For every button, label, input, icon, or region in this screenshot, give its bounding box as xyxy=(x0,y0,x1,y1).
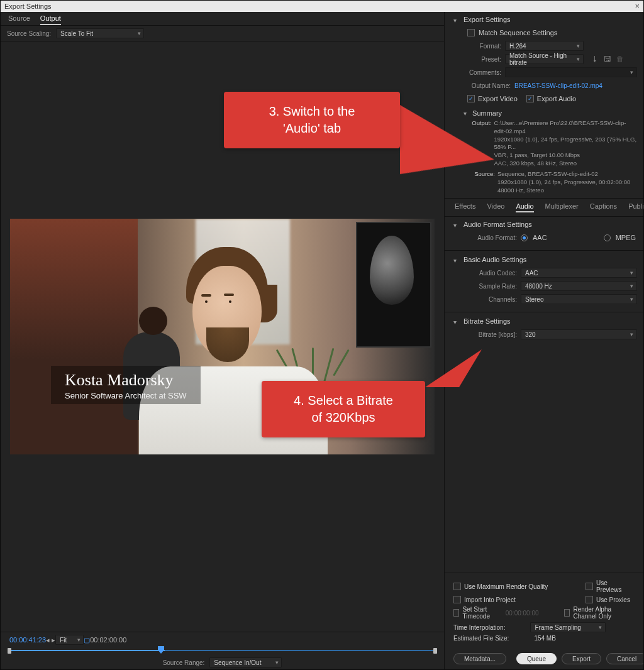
lower-third: Kosta Madorsky Senior Software Architect… xyxy=(51,366,201,404)
summary-header: Summary xyxy=(472,109,502,117)
import-project-label: Import Into Project xyxy=(464,596,516,603)
set-start-tc-label: Set Start Timecode xyxy=(462,606,502,620)
transport-bar: 00:00:41:23 ◂ ▸ Fit ▢ 00:02:00:00 S xyxy=(1,632,444,669)
chevron-down-icon[interactable]: ▾ xyxy=(453,222,457,229)
chevron-down-icon[interactable]: ▾ xyxy=(453,319,457,326)
export-video-checkbox[interactable] xyxy=(467,95,475,102)
preview-tabs: Source Output xyxy=(1,12,444,26)
annotation-bottom: 4. Select a Bitrateof 320Kbps xyxy=(262,381,425,437)
bitrate-header: Bitrate Settings xyxy=(464,317,637,325)
basic-audio-section: ▾ Basic Audio Settings Audio Codec: AAC … xyxy=(445,252,643,310)
title-bar: Export Settings × xyxy=(1,1,643,12)
bitrate-section: ▾ Bitrate Settings Bitrate [kbps]: 320 xyxy=(445,314,643,346)
action-buttons: Metadata... Queue Export Cancel xyxy=(445,648,643,669)
use-proxies-checkbox[interactable] xyxy=(586,596,593,603)
tab-multiplexer[interactable]: Multiplexer xyxy=(545,202,579,212)
chevron-down-icon[interactable]: ▾ xyxy=(453,17,457,24)
summary-output-line: 1920x1080 (1.0), 24 fps, Progressive, 20… xyxy=(494,136,637,152)
tab-audio[interactable]: Audio xyxy=(516,202,533,212)
basic-audio-header: Basic Audio Settings xyxy=(464,256,637,263)
audio-format-label: Audio Format: xyxy=(464,234,517,241)
export-audio-label: Export Audio xyxy=(537,95,576,102)
audio-format-header: Audio Format Settings xyxy=(464,221,637,228)
est-size-value: 154 MB xyxy=(534,635,555,642)
tab-effects[interactable]: Effects xyxy=(455,202,475,212)
output-name-link[interactable]: BREAST-SSW-clip-edit-02.mp4 xyxy=(514,82,602,89)
zoom-select[interactable]: Fit xyxy=(55,635,84,645)
tab-captions[interactable]: Captions xyxy=(590,202,617,212)
annotation-top: 3. Switch to the'Audio' tab xyxy=(224,92,400,148)
chevron-down-icon[interactable]: ▾ xyxy=(464,110,467,117)
comments-label: Comments: xyxy=(464,69,501,76)
use-previews-checkbox[interactable] xyxy=(586,583,593,590)
playhead[interactable] xyxy=(158,646,164,655)
chevron-down-icon[interactable]: ▾ xyxy=(453,257,457,264)
sample-rate-select[interactable]: 48000 Hz xyxy=(521,281,637,291)
sample-rate-label: Sample Rate: xyxy=(464,283,517,290)
use-previews-label: Use Previews xyxy=(596,579,635,593)
safe-margins-icon[interactable]: ▢ xyxy=(84,636,90,644)
source-scaling-select[interactable]: Scale To Fit xyxy=(56,28,144,38)
time-interp-label: Time Interpolation: xyxy=(453,624,505,631)
summary-source-line: 48000 Hz, Stereo xyxy=(497,187,630,195)
summary-output-line: VBR, 1 pass, Target 10.00 Mbps xyxy=(494,151,637,160)
tab-video[interactable]: Video xyxy=(487,202,504,212)
export-button[interactable]: Export xyxy=(562,653,601,664)
tab-source[interactable]: Source xyxy=(8,14,30,25)
channels-select[interactable]: Stereo xyxy=(521,294,637,304)
duration-timecode: 00:02:00:00 xyxy=(90,636,435,644)
radio-aac[interactable]: AAC xyxy=(521,234,547,241)
timeline[interactable] xyxy=(7,647,438,654)
time-interp-select[interactable]: Frame Sampling xyxy=(530,622,606,632)
source-scaling-row: Source Scaling: Scale To Fit xyxy=(1,26,444,41)
source-scaling-label: Source Scaling: xyxy=(7,30,51,37)
bitrate-select[interactable]: 320 xyxy=(521,329,637,339)
export-tabs: Effects Video Audio Multiplexer Captions… xyxy=(445,198,643,217)
render-alpha-checkbox[interactable] xyxy=(564,609,570,617)
max-render-label: Use Maximum Render Quality xyxy=(464,583,548,590)
audio-codec-label: Audio Codec: xyxy=(464,270,517,277)
use-proxies-label: Use Proxies xyxy=(596,596,630,603)
output-name-label: Output Name: xyxy=(464,82,511,89)
max-render-checkbox[interactable] xyxy=(453,583,461,590)
bitrate-label: Bitrate [kbps]: xyxy=(464,331,517,338)
import-project-checkbox[interactable] xyxy=(453,596,461,603)
cancel-button[interactable]: Cancel xyxy=(606,653,643,664)
current-timecode[interactable]: 00:00:41:23 xyxy=(9,636,46,644)
source-range-select[interactable]: Sequence In/Out xyxy=(209,657,282,667)
window-title: Export Settings xyxy=(4,1,52,12)
set-start-tc-checkbox[interactable] xyxy=(453,609,459,617)
save-preset-icon[interactable]: 🖫 xyxy=(604,55,611,63)
match-sequence-label: Match Sequence Settings xyxy=(479,29,557,36)
import-preset-icon[interactable]: ⭳ xyxy=(591,55,599,63)
render-alpha-label: Render Alpha Channel Only xyxy=(573,606,635,620)
format-label: Format: xyxy=(464,43,501,50)
delete-preset-icon[interactable]: 🗑 xyxy=(616,55,624,63)
queue-button[interactable]: Queue xyxy=(516,653,557,664)
tab-output[interactable]: Output xyxy=(40,14,61,25)
radio-mpeg[interactable]: MPEG xyxy=(604,234,636,241)
metadata-button[interactable]: Metadata... xyxy=(453,653,506,664)
lower-third-role: Senior Software Architect at SSW xyxy=(65,391,187,400)
render-options: Use Maximum Render Quality Use Previews … xyxy=(445,573,643,648)
source-range-label: Source Range: xyxy=(163,659,205,666)
export-audio-checkbox[interactable] xyxy=(526,95,534,102)
channels-label: Channels: xyxy=(464,296,517,303)
audio-codec-select[interactable]: AAC xyxy=(521,268,637,278)
out-handle[interactable] xyxy=(433,648,437,654)
summary-output-line: AAC, 320 kbps, 48 kHz, Stereo xyxy=(494,160,637,168)
preset-select[interactable]: Match Source - High bitrate xyxy=(505,54,584,64)
audio-format-section: ▾ Audio Format Settings Audio Format: AA… xyxy=(445,217,643,249)
export-settings-header: Export Settings xyxy=(464,16,637,23)
export-settings-window: Export Settings × Source Output Source S… xyxy=(0,0,644,670)
close-icon[interactable]: × xyxy=(635,1,640,12)
format-select[interactable]: H.264 xyxy=(505,41,584,51)
export-video-label: Export Video xyxy=(478,95,518,102)
in-handle[interactable] xyxy=(8,648,11,654)
est-size-label: Estimated File Size: xyxy=(453,635,509,642)
tab-publish[interactable]: Publish xyxy=(628,202,643,212)
in-out-icons[interactable]: ◂ ▸ xyxy=(46,636,55,644)
match-sequence-checkbox[interactable] xyxy=(467,29,475,36)
preset-label: Preset: xyxy=(464,56,501,63)
comments-input[interactable] xyxy=(505,67,637,77)
